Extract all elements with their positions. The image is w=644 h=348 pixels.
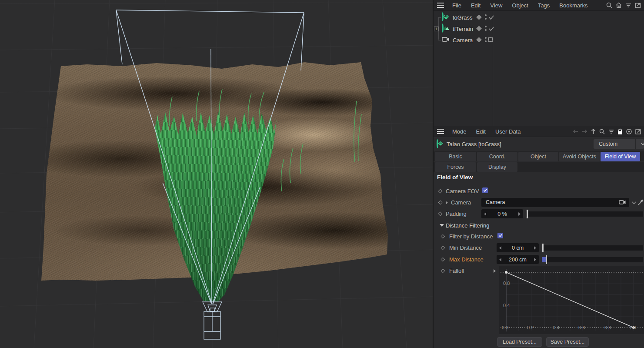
object-manager-column-divider[interactable] (493, 11, 493, 126)
menu-user-data[interactable]: User Data (491, 128, 526, 135)
tab-forces[interactable]: Forces (435, 162, 476, 172)
menu-file[interactable]: File (447, 2, 466, 9)
tab-basic[interactable]: Basic (435, 152, 476, 161)
new-window-icon[interactable] (635, 128, 641, 135)
load-preset-button[interactable]: Load Preset... (497, 337, 542, 347)
lock-icon[interactable] (617, 128, 623, 135)
slider-handle[interactable] (527, 210, 528, 218)
chevron-right-icon[interactable] (494, 269, 496, 273)
menu-bookmarks[interactable]: Bookmarks (554, 2, 592, 9)
object-row-camera[interactable]: Camera (434, 34, 529, 46)
new-window-icon[interactable] (634, 2, 641, 9)
camera-link-label: Camera (451, 199, 471, 206)
camera-active-icon[interactable] (488, 37, 493, 42)
keyframe-diamond-icon[interactable] (441, 234, 445, 239)
camera-link-field[interactable]: Camera (481, 198, 629, 207)
menu-view[interactable]: View (485, 2, 507, 9)
keyframe-diamond-icon[interactable] (438, 212, 443, 216)
visibility-dots-icon[interactable] (485, 25, 487, 32)
object-name[interactable]: tfTerrain (453, 26, 473, 32)
collapse-triangle-icon[interactable] (440, 224, 444, 227)
tab-coord[interactable]: Coord. (477, 152, 517, 161)
menu-icon[interactable] (437, 129, 444, 134)
curve-point-start[interactable] (505, 271, 507, 274)
x-tick: 0.0 (502, 325, 508, 330)
min-distance-value: 0 cm (512, 245, 524, 251)
eyedropper-icon[interactable] (637, 198, 644, 206)
x-tick: 0.6 (578, 325, 585, 330)
min-distance-spinner[interactable]: 0 cm (497, 243, 539, 252)
distance-filtering-label: Distance Filtering (446, 222, 489, 229)
camera-fov-checkbox[interactable] (482, 187, 488, 193)
forward-arrow-icon[interactable] (581, 128, 588, 134)
object-name[interactable]: Camera (453, 37, 473, 44)
keyframe-diamond-icon[interactable] (438, 189, 443, 194)
menu-tags[interactable]: Tags (533, 2, 554, 9)
expand-icon[interactable]: + (434, 27, 439, 31)
y-tick: 0.4 (503, 303, 510, 308)
max-distance-spinner[interactable]: 200 cm (497, 255, 539, 264)
chevron-down-icon[interactable] (632, 201, 636, 204)
layer-icon[interactable] (476, 37, 482, 43)
visibility-dots-icon[interactable] (485, 14, 487, 21)
increment-icon[interactable] (534, 246, 536, 250)
object-row-tfterrain[interactable]: + tfTerrain (434, 23, 529, 34)
menu-mode[interactable]: Mode (447, 128, 471, 135)
target-icon[interactable] (626, 128, 632, 135)
max-distance-slider[interactable] (542, 257, 643, 262)
increment-icon[interactable] (518, 212, 521, 216)
tab-object[interactable]: Object (518, 152, 558, 161)
object-row-tograss[interactable]: toGrass (434, 12, 529, 23)
preset-dropdown[interactable]: Custom (594, 139, 644, 149)
search-icon[interactable] (599, 128, 605, 135)
menu-icon[interactable] (437, 3, 444, 8)
keyframe-diamond-icon[interactable] (441, 246, 445, 250)
menu-edit[interactable]: Edit (466, 2, 485, 9)
home-icon[interactable] (615, 2, 622, 9)
slider-handle[interactable] (546, 255, 547, 264)
grass-blades (169, 89, 361, 191)
filter-by-distance-checkbox[interactable] (497, 233, 503, 238)
filter-icon[interactable] (625, 2, 632, 9)
layer-icon[interactable] (476, 26, 482, 31)
x-tick: 0.2 (527, 325, 534, 330)
layer-icon[interactable] (476, 14, 482, 20)
save-preset-button[interactable]: Save Preset... (546, 337, 589, 347)
section-distance-filtering[interactable]: Distance Filtering (434, 221, 644, 230)
chevron-down-icon[interactable] (635, 139, 644, 149)
keyframe-diamond-icon[interactable] (441, 269, 445, 273)
row-camera-fov: Camera FOV (434, 186, 644, 197)
visibility-dots-icon[interactable] (485, 37, 487, 44)
tab-display[interactable]: Display (477, 162, 517, 172)
object-name[interactable]: toGrass (453, 14, 473, 21)
row-max-distance: Max Distance 200 cm (434, 254, 644, 265)
menu-object[interactable]: Object (507, 2, 533, 9)
x-tick: 0.4 (553, 325, 559, 330)
grass-icon (437, 140, 438, 148)
falloff-spline-graph[interactable]: 0.8 0.4 0.0 0.2 0.4 0.6 0.8 1.0 (499, 266, 644, 334)
decrement-icon[interactable] (484, 212, 486, 216)
camera-frustum-wireframe (0, 0, 433, 348)
menu-edit[interactable]: Edit (471, 128, 491, 135)
viewport-3d[interactable] (0, 0, 433, 348)
tab-avoid-objects[interactable]: Avoid Objects (559, 152, 600, 161)
decrement-icon[interactable] (499, 246, 501, 250)
padding-spinner[interactable]: 0 % (481, 209, 523, 218)
x-tick: 0.8 (604, 325, 611, 330)
padding-slider[interactable] (526, 211, 643, 217)
back-arrow-icon[interactable] (572, 128, 579, 134)
search-icon[interactable] (606, 2, 613, 9)
enabled-check-icon[interactable] (488, 26, 494, 32)
keyframe-diamond-icon[interactable] (438, 201, 443, 205)
slider-handle[interactable] (542, 244, 544, 252)
chevron-right-icon[interactable] (446, 201, 448, 204)
increment-icon[interactable] (534, 258, 536, 261)
keyframe-diamond-icon[interactable] (441, 258, 445, 262)
enabled-check-icon[interactable] (488, 14, 494, 20)
filter-icon[interactable] (608, 128, 614, 134)
decrement-icon[interactable] (499, 258, 501, 261)
tab-field-of-view[interactable]: Field of View (601, 152, 640, 161)
min-distance-slider[interactable] (542, 245, 643, 251)
up-arrow-icon[interactable] (591, 128, 596, 134)
tab-row-2: Forces Display (434, 162, 644, 172)
